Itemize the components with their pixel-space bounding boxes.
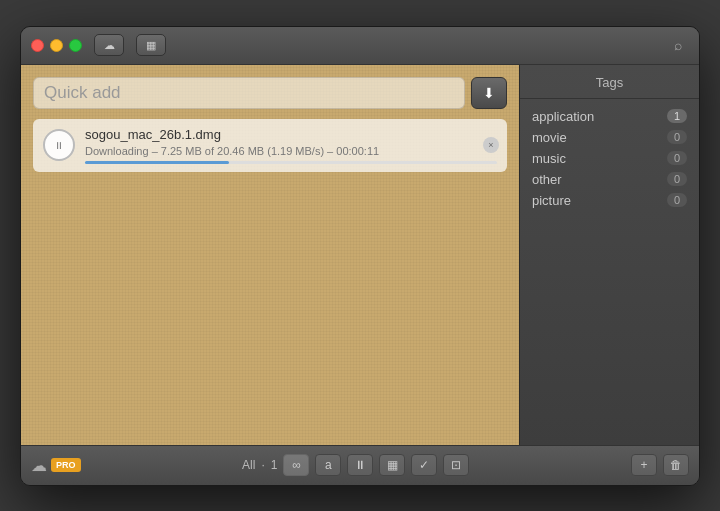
tag-count-other: 0	[667, 172, 687, 186]
tag-count-application: 1	[667, 109, 687, 123]
download-info: sogou_mac_26b.1.dmg Downloading – 7.25 M…	[85, 127, 497, 164]
quick-add-input[interactable]	[33, 77, 465, 109]
upload-icon: ⬇	[483, 85, 495, 101]
search-button[interactable]: ⌕	[667, 34, 689, 56]
download-progress-track	[85, 161, 497, 164]
tag-item-music[interactable]: music 0	[532, 151, 687, 166]
upload-button[interactable]: ⬇	[471, 77, 507, 109]
tag-item-application[interactable]: application 1	[532, 109, 687, 124]
tag-name-movie: movie	[532, 130, 567, 145]
tag-count-music: 0	[667, 151, 687, 165]
download-item: ⏸ sogou_mac_26b.1.dmg Downloading – 7.25…	[33, 119, 507, 172]
tag-name-music: music	[532, 151, 566, 166]
tag-item-picture[interactable]: picture 0	[532, 193, 687, 208]
bottom-bar: ☁ PRO All · 1 ∞ a ⏸ ▦ ✓ ⊡	[21, 445, 699, 485]
filter-pause-button[interactable]: ⏸	[347, 454, 373, 476]
resize-icon: ⊡	[451, 458, 461, 472]
tag-item-other[interactable]: other 0	[532, 172, 687, 187]
add-icon: +	[640, 458, 647, 472]
left-panel: ⬇ ⏸ sogou_mac_26b.1.dmg Downloading – 7.…	[21, 65, 519, 445]
tag-name-picture: picture	[532, 193, 571, 208]
filter-calendar-button[interactable]: ▦	[379, 454, 405, 476]
right-panel: Tags application 1 movie 0 music 0	[519, 65, 699, 445]
close-icon: ×	[488, 140, 493, 150]
tag-item-movie[interactable]: movie 0	[532, 130, 687, 145]
pause-filter-icon: ⏸	[354, 458, 366, 472]
search-icon: ⌕	[674, 37, 682, 53]
filter-check-button[interactable]: ✓	[411, 454, 437, 476]
check-icon: ✓	[419, 458, 429, 472]
filter-alpha-button[interactable]: a	[315, 454, 341, 476]
tag-name-application: application	[532, 109, 594, 124]
alpha-icon: a	[325, 458, 332, 472]
maximize-button[interactable]	[69, 39, 82, 52]
stats-all-label: All	[242, 458, 255, 472]
stats-dot: ·	[261, 458, 264, 472]
pro-badge: PRO	[51, 458, 81, 472]
calendar-icon: ▦	[387, 458, 398, 472]
cloud-nav-button[interactable]: ☁	[94, 34, 124, 56]
download-status: Downloading – 7.25 MB of 20.46 MB (1.19 …	[85, 145, 497, 157]
tag-count-picture: 0	[667, 193, 687, 207]
add-download-button[interactable]: +	[631, 454, 657, 476]
tags-list: application 1 movie 0 music 0 other 0	[520, 99, 699, 218]
minimize-button[interactable]	[50, 39, 63, 52]
cloud-bottom-icon: ☁	[31, 456, 47, 475]
bottom-stats: All · 1 ∞ a ⏸ ▦ ✓ ⊡	[81, 454, 631, 476]
delete-download-button[interactable]: 🗑	[663, 454, 689, 476]
main-window: ☁ ▦ ⌕ ⬇ ⏸ sogou_ma	[20, 26, 700, 486]
device-nav-button[interactable]: ▦	[136, 34, 166, 56]
stats-count: 1	[271, 458, 278, 472]
pause-icon: ⏸	[54, 140, 64, 151]
quick-add-bar: ⬇	[33, 77, 507, 109]
pause-button[interactable]: ⏸	[43, 129, 75, 161]
tag-name-other: other	[532, 172, 562, 187]
cloud-icon: ☁	[104, 39, 115, 52]
bottom-right-actions: + 🗑	[631, 454, 689, 476]
close-button[interactable]	[31, 39, 44, 52]
close-download-button[interactable]: ×	[483, 137, 499, 153]
infinity-icon: ∞	[292, 458, 301, 472]
titlebar: ☁ ▦ ⌕	[21, 27, 699, 65]
download-progress-bar	[85, 161, 229, 164]
resize-button[interactable]: ⊡	[443, 454, 469, 476]
filter-infinity-button[interactable]: ∞	[283, 454, 309, 476]
device-icon: ▦	[146, 39, 156, 52]
tags-title: Tags	[520, 65, 699, 99]
tag-count-movie: 0	[667, 130, 687, 144]
main-content: ⬇ ⏸ sogou_mac_26b.1.dmg Downloading – 7.…	[21, 65, 699, 445]
trash-icon: 🗑	[670, 458, 682, 472]
download-filename: sogou_mac_26b.1.dmg	[85, 127, 497, 142]
